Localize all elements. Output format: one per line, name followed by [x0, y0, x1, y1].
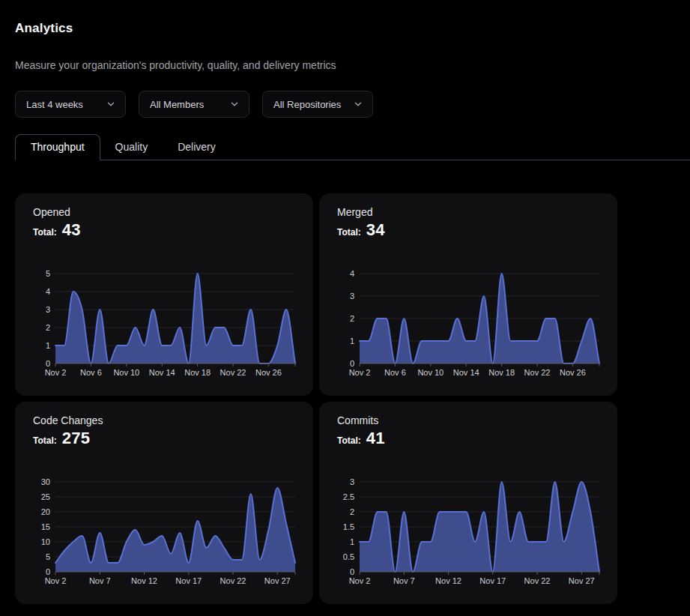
svg-text:Nov 7: Nov 7 [393, 576, 415, 585]
svg-text:Nov 17: Nov 17 [175, 576, 202, 585]
svg-text:3: 3 [350, 292, 354, 301]
repositories-value: All Repositories [273, 99, 341, 110]
chevron-down-icon [106, 100, 115, 109]
repositories-select[interactable]: All Repositories [262, 91, 373, 118]
svg-text:1.5: 1.5 [343, 522, 354, 531]
svg-text:1: 1 [350, 537, 354, 546]
svg-text:0.5: 0.5 [343, 552, 354, 561]
chart-total: Total: 34 [337, 220, 599, 241]
svg-text:2.5: 2.5 [343, 492, 354, 501]
time-range-select[interactable]: Last 4 weeks [15, 91, 126, 118]
svg-text:30: 30 [41, 477, 50, 486]
svg-text:0: 0 [350, 359, 354, 368]
chart-title: Code Changes [33, 414, 295, 427]
svg-text:Nov 12: Nov 12 [131, 576, 157, 585]
svg-text:Nov 22: Nov 22 [524, 576, 551, 585]
svg-text:1: 1 [350, 336, 354, 345]
tab-throughput[interactable]: Throughput [15, 134, 100, 160]
chart-title: Commits [337, 414, 599, 427]
svg-text:Nov 6: Nov 6 [80, 368, 102, 377]
chart-total: Total: 275 [33, 429, 295, 449]
tab-quality[interactable]: Quality [100, 135, 163, 160]
svg-text:Nov 26: Nov 26 [560, 368, 586, 377]
svg-text:Nov 26: Nov 26 [255, 368, 282, 377]
total-value: 34 [366, 220, 385, 240]
svg-text:Nov 7: Nov 7 [89, 576, 111, 585]
svg-text:Nov 2: Nov 2 [349, 576, 371, 585]
chart-card-merged: Merged Total: 34 01234Nov 2Nov 6Nov 10No… [319, 193, 617, 396]
chart-card-opened: Opened Total: 43 012345Nov 2Nov 6Nov 10N… [15, 193, 313, 396]
total-label: Total: [33, 227, 57, 238]
svg-text:3: 3 [350, 477, 354, 486]
chevron-down-icon [230, 100, 239, 109]
svg-text:25: 25 [41, 492, 50, 501]
svg-text:5: 5 [46, 552, 50, 561]
chart-card-code-changes: Code Changes Total: 275 051015202530Nov … [15, 402, 313, 604]
svg-text:Nov 14: Nov 14 [453, 368, 479, 377]
svg-text:Nov 17: Nov 17 [479, 576, 506, 585]
svg-text:3: 3 [46, 305, 50, 314]
area-chart-merged: 01234Nov 2Nov 6Nov 10Nov 14Nov 18Nov 22N… [337, 268, 599, 384]
svg-text:Nov 2: Nov 2 [45, 576, 67, 585]
svg-text:4: 4 [350, 269, 354, 278]
tab-delivery[interactable]: Delivery [163, 135, 231, 160]
charts-grid: Opened Total: 43 012345Nov 2Nov 6Nov 10N… [15, 193, 675, 604]
chart-total: Total: 43 [33, 220, 295, 241]
svg-text:10: 10 [41, 537, 50, 546]
svg-text:Nov 14: Nov 14 [149, 368, 175, 377]
svg-text:0: 0 [46, 359, 50, 368]
svg-text:Nov 6: Nov 6 [384, 368, 406, 377]
chart-title: Opened [33, 205, 295, 219]
total-value: 275 [62, 429, 91, 448]
svg-text:2: 2 [350, 314, 354, 323]
svg-text:4: 4 [46, 287, 50, 296]
chevron-down-icon [354, 100, 363, 109]
area-chart-opened: 012345Nov 2Nov 6Nov 10Nov 14Nov 18Nov 22… [33, 268, 295, 384]
tab-bar: Throughput Quality Delivery [15, 134, 690, 160]
svg-text:Nov 10: Nov 10 [417, 368, 444, 377]
svg-text:Nov 22: Nov 22 [220, 576, 246, 585]
page-subtitle: Measure your organization's productivity… [15, 59, 675, 71]
svg-text:0: 0 [46, 567, 50, 576]
svg-text:5: 5 [46, 269, 50, 278]
svg-text:20: 20 [41, 507, 50, 516]
svg-text:Nov 2: Nov 2 [45, 368, 67, 377]
total-label: Total: [337, 227, 361, 238]
svg-text:15: 15 [41, 522, 50, 531]
members-value: All Members [150, 99, 204, 110]
svg-text:Nov 2: Nov 2 [349, 368, 371, 377]
svg-text:Nov 27: Nov 27 [264, 576, 291, 585]
total-label: Total: [33, 435, 57, 446]
members-select[interactable]: All Members [139, 91, 249, 118]
svg-text:2: 2 [350, 507, 354, 516]
total-value: 43 [62, 220, 81, 240]
area-chart-commits: 00.511.522.53Nov 2Nov 7Nov 12Nov 17Nov 2… [337, 476, 599, 593]
svg-text:Nov 18: Nov 18 [488, 368, 515, 377]
svg-text:Nov 22: Nov 22 [220, 368, 246, 377]
chart-title: Merged [337, 205, 599, 219]
filter-bar: Last 4 weeks All Members All Repositorie… [15, 91, 675, 118]
svg-text:1: 1 [46, 341, 50, 350]
svg-text:Nov 18: Nov 18 [184, 368, 211, 377]
page-title: Analytics [15, 0, 675, 36]
svg-text:Nov 12: Nov 12 [435, 576, 461, 585]
area-chart-code-changes: 051015202530Nov 2Nov 7Nov 12Nov 17Nov 22… [33, 476, 295, 593]
svg-text:Nov 10: Nov 10 [113, 368, 139, 377]
svg-text:Nov 22: Nov 22 [524, 368, 551, 377]
svg-text:0: 0 [350, 567, 354, 576]
time-range-value: Last 4 weeks [26, 99, 83, 110]
chart-total: Total: 41 [337, 429, 599, 449]
total-value: 41 [366, 429, 385, 448]
svg-text:Nov 27: Nov 27 [569, 576, 595, 585]
svg-text:2: 2 [46, 323, 50, 332]
total-label: Total: [337, 435, 361, 446]
chart-card-commits: Commits Total: 41 00.511.522.53Nov 2Nov … [319, 402, 617, 604]
analytics-page: Analytics Measure your organization's pr… [0, 0, 690, 604]
